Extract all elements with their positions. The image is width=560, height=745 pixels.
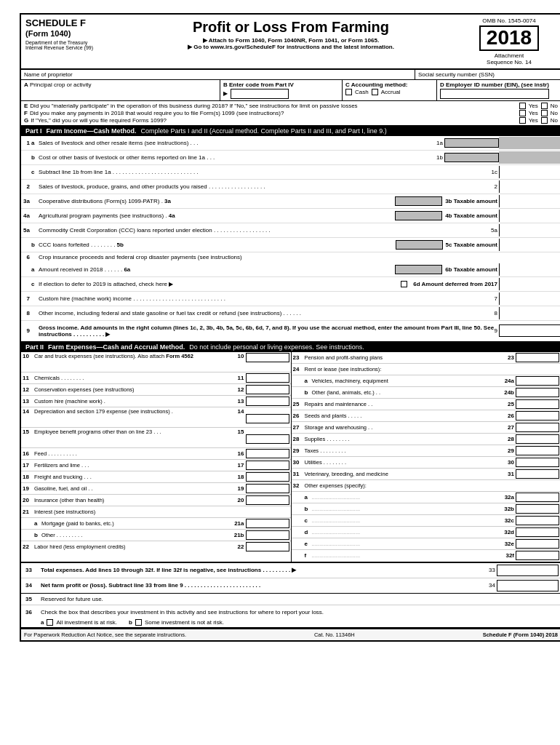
- e-no-checkbox[interactable]: [541, 103, 548, 109]
- l34-amount[interactable]: [497, 580, 559, 591]
- l21a-input[interactable]: [246, 519, 289, 528]
- l32d-input[interactable]: [516, 527, 559, 537]
- l24a-input[interactable]: [516, 376, 559, 386]
- accrual-checkbox[interactable]: [372, 89, 378, 95]
- l36-num: 36: [23, 609, 33, 615]
- l28-input[interactable]: [516, 434, 559, 444]
- l32c-sub: c: [305, 517, 312, 524]
- l24b-input[interactable]: [516, 388, 559, 397]
- l19-input[interactable]: [246, 484, 289, 493]
- l36b-text: Some investment is not at risk.: [145, 619, 224, 626]
- l17-input[interactable]: [246, 461, 289, 470]
- l32a-text: ................................: [312, 494, 505, 501]
- line-5b-input[interactable]: [396, 240, 443, 250]
- l31-text: Veterinary, breeding, and medicine: [305, 471, 508, 477]
- l36b-checkbox[interactable]: [135, 619, 142, 626]
- l33-amount[interactable]: [497, 565, 559, 576]
- l22-text: Labor hired (less employment credits): [34, 543, 238, 550]
- g-yes-checkbox[interactable]: [519, 117, 526, 124]
- l31-input[interactable]: [516, 469, 559, 479]
- l14-input[interactable]: [246, 414, 289, 423]
- l35-num: 35: [23, 596, 33, 602]
- l13-input[interactable]: [246, 397, 289, 406]
- l11-input[interactable]: [246, 373, 289, 383]
- line-6b-amount[interactable]: [499, 263, 560, 276]
- l22-input[interactable]: [246, 542, 289, 551]
- f-no-label: No: [551, 110, 558, 116]
- l16-num: 16: [23, 450, 34, 457]
- line-4b-amount[interactable]: [499, 210, 560, 222]
- l10-text: Car and truck expenses (see instructions…: [34, 353, 238, 359]
- line-5a-amount[interactable]: [499, 224, 560, 236]
- line-6d-amount[interactable]: [499, 278, 560, 290]
- line-4b-ref: 4b Taxable amount: [445, 212, 497, 219]
- l25-text: Repairs and maintenance . .: [305, 401, 508, 407]
- part1-header: Part I Farm Income—Cash Method. Complete…: [21, 126, 560, 136]
- l30-num: 30: [293, 459, 305, 466]
- g-no-checkbox[interactable]: [541, 117, 548, 124]
- l20-input[interactable]: [246, 495, 289, 505]
- l12-input[interactable]: [246, 385, 289, 394]
- line-1c-amount[interactable]: [499, 166, 560, 178]
- l23-num: 23: [293, 354, 305, 361]
- line-8-text: Other income, including federal and stat…: [39, 310, 495, 316]
- omb-number: OMB No. 1545-0074: [462, 17, 556, 24]
- line-1a-input[interactable]: [444, 138, 499, 148]
- l20-ref: 20: [238, 497, 244, 503]
- l30-input[interactable]: [516, 458, 559, 467]
- line-3a-input[interactable]: [395, 196, 442, 206]
- line-4a-input[interactable]: [395, 211, 442, 220]
- l26-input[interactable]: [516, 411, 559, 421]
- line-6a-sub: a: [31, 266, 39, 273]
- f-yes-checkbox[interactable]: [519, 110, 526, 116]
- l23-input[interactable]: [516, 353, 559, 362]
- l32c-input[interactable]: [516, 516, 559, 525]
- line-6a-input[interactable]: [395, 265, 442, 274]
- l21b-input[interactable]: [246, 530, 289, 540]
- attach-line1: ▶ Attach to Form 1040, Form 1040NR, Form…: [120, 37, 462, 44]
- line-7-amount[interactable]: [499, 292, 560, 305]
- l11-ref: 11: [238, 375, 244, 381]
- line-5c-amount[interactable]: [499, 239, 560, 251]
- l29-num: 29: [293, 447, 305, 454]
- ein-input[interactable]: [440, 89, 549, 99]
- line-1b-input[interactable]: [444, 153, 499, 162]
- line-3b-amount[interactable]: [499, 195, 560, 207]
- l11-text: Chemicals . . . . . . . .: [34, 375, 238, 381]
- l25-input[interactable]: [516, 399, 559, 409]
- l32b-input[interactable]: [516, 504, 559, 514]
- schedule-label: SCHEDULE F (Form 1040) Department of the…: [25, 17, 120, 50]
- l18-input[interactable]: [246, 472, 289, 482]
- line-8-amount[interactable]: [499, 307, 560, 319]
- l30-text: Utilities . . . . . . . .: [305, 459, 508, 466]
- l36a-checkbox[interactable]: [47, 619, 53, 626]
- l27-text: Storage and warehousing . .: [305, 424, 508, 431]
- line-5c-ref: 5c Taxable amount: [446, 242, 497, 248]
- l24b-sub: b: [305, 389, 312, 396]
- l15-input[interactable]: [246, 434, 289, 444]
- part4-code-input[interactable]: [231, 89, 289, 99]
- cash-checkbox[interactable]: [345, 89, 352, 95]
- l33-ref: 33: [489, 567, 495, 573]
- l27-num: 27: [293, 424, 305, 431]
- l32-num: 32: [293, 482, 305, 489]
- line-9-amount[interactable]: [499, 324, 560, 337]
- l29-text: Taxes . . . . . . . . .: [305, 447, 508, 454]
- e-yes-checkbox[interactable]: [519, 103, 526, 109]
- line-6c-checkbox[interactable]: [401, 281, 407, 287]
- l32a-ref: 32a: [505, 494, 514, 501]
- part2-header: Part II Farm Expenses—Cash and Accrual M…: [21, 342, 560, 352]
- l10-input[interactable]: [246, 353, 289, 362]
- l32d-text: ................................: [312, 529, 505, 535]
- l34-num: 34: [23, 582, 33, 589]
- l27-input[interactable]: [516, 423, 559, 432]
- f-no-checkbox[interactable]: [541, 110, 548, 116]
- l19-num: 19: [23, 485, 34, 492]
- l16-input[interactable]: [246, 449, 289, 458]
- l32a-input[interactable]: [516, 493, 559, 502]
- l32a-sub: a: [305, 494, 312, 501]
- line-2-amount[interactable]: [499, 180, 560, 193]
- l32e-input[interactable]: [516, 539, 559, 549]
- l29-input[interactable]: [516, 446, 559, 455]
- l32f-input[interactable]: [516, 551, 559, 560]
